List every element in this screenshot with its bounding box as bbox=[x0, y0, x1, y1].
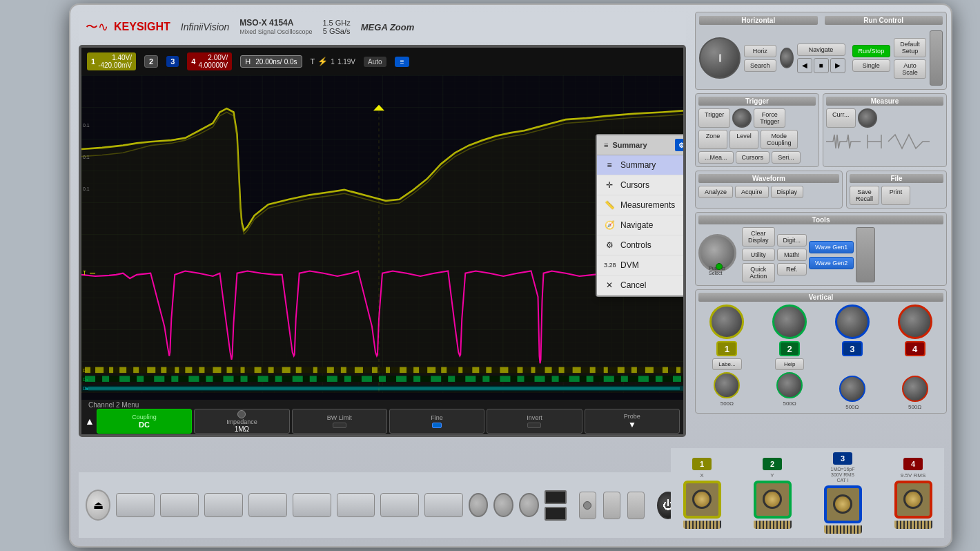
vert-ch4-scale-knob[interactable] bbox=[898, 304, 932, 339]
right-panel: Horizontal Run Control Horiz Search Navi… bbox=[695, 12, 947, 454]
eject-btn[interactable]: ⏏ bbox=[86, 490, 110, 521]
vert-ch1-pos-knob[interactable] bbox=[714, 372, 740, 398]
ch2-badge[interactable]: 2 bbox=[144, 55, 158, 68]
vert-ch4-pos-knob[interactable] bbox=[902, 376, 928, 402]
math-btn[interactable]: Math! bbox=[777, 249, 807, 261]
single-btn[interactable]: Single bbox=[852, 59, 891, 72]
ch1-labe-btn[interactable]: Labe... bbox=[712, 358, 741, 370]
svg-rect-72 bbox=[482, 376, 489, 382]
nav-stop-btn[interactable]: ■ bbox=[814, 58, 829, 73]
digit-btn[interactable]: Digit... bbox=[777, 234, 807, 246]
quick-action-btn[interactable]: QuickAction bbox=[742, 263, 775, 282]
horizontal-scale-knob[interactable] bbox=[699, 37, 741, 79]
vert-ch3-pos-knob[interactable] bbox=[839, 376, 865, 402]
wave-gen2-btn[interactable]: Wave Gen2 bbox=[809, 257, 854, 269]
trigger-btn[interactable]: Trigger bbox=[698, 108, 730, 128]
utility-btn[interactable]: Utility bbox=[742, 249, 775, 261]
svg-rect-48 bbox=[676, 367, 680, 374]
channel-headers: 1 1.40V/ -420.00mV 2 3 4 2.00V/ 4.0 bbox=[81, 48, 683, 75]
zone-btn[interactable]: Zone bbox=[698, 130, 727, 149]
front-knob-1[interactable] bbox=[469, 493, 489, 517]
menu-item-controls[interactable]: ⚙ Controls bbox=[597, 235, 686, 255]
menu-item-measurements[interactable]: 📏 Measurements bbox=[597, 195, 686, 215]
vertical-channels: 1 Labe... 500Ω 2 Help 500Ω bbox=[698, 304, 943, 410]
vert-ch1-scale-knob[interactable] bbox=[709, 304, 744, 339]
dropdown-config-icon[interactable]: ⚙ bbox=[675, 139, 686, 151]
wave-gen1-btn[interactable]: Wave Gen1 bbox=[809, 241, 854, 253]
level-btn[interactable]: Level bbox=[729, 130, 758, 149]
ch3-badge[interactable]: 3 bbox=[166, 56, 179, 67]
analyze-btn[interactable]: Analyze bbox=[698, 186, 733, 198]
h-badge[interactable]: H 20.00ns/ 0.0s bbox=[240, 55, 302, 68]
cursors-btn2[interactable]: Cursors bbox=[736, 151, 770, 164]
nav-right-btn[interactable]: ▶ bbox=[830, 58, 845, 73]
menu-item-cancel[interactable]: ✕ Cancel bbox=[597, 276, 686, 296]
menu-item-summary[interactable]: ≡ Summary bbox=[597, 155, 686, 175]
fine-btn[interactable]: Fine bbox=[389, 409, 484, 434]
front-knob-3[interactable] bbox=[519, 493, 539, 517]
impedance-btn[interactable]: Impedance 1MΩ bbox=[194, 409, 289, 434]
save-recall-btn[interactable]: SaveRecall bbox=[850, 186, 879, 205]
front-btn-5[interactable] bbox=[293, 493, 331, 517]
ch1-badge[interactable]: 1 1.40V/ -420.00mV bbox=[87, 52, 136, 70]
measurements-icon: 📏 bbox=[604, 200, 615, 210]
clear-display-btn[interactable]: ClearDisplay bbox=[742, 227, 775, 246]
meas-btn[interactable]: ...Mea... bbox=[698, 151, 734, 164]
ch2-vert-badge[interactable]: 2 bbox=[779, 341, 800, 356]
ch3-port[interactable] bbox=[824, 485, 862, 523]
vert-ch2-pos-knob[interactable] bbox=[776, 372, 803, 398]
ch1-port[interactable] bbox=[683, 481, 721, 519]
front-btn-7[interactable] bbox=[380, 493, 419, 517]
ch1-vert-badge[interactable]: 1 bbox=[716, 341, 737, 356]
curr-btn[interactable]: Curr... bbox=[826, 108, 856, 128]
ch4-badge[interactable]: 4 2.00V/ 4.00000V bbox=[187, 52, 232, 70]
ch3-vert-badge[interactable]: 3 bbox=[842, 341, 863, 356]
menu-item-dvm[interactable]: 3.28 DVM bbox=[597, 255, 686, 276]
ch2-connector-group: 2 Y bbox=[754, 458, 792, 529]
menu-item-navigate[interactable]: 🧭 Navigate bbox=[597, 215, 686, 235]
ch2-port[interactable] bbox=[754, 481, 792, 519]
auto-scale-btn[interactable]: AutoScale bbox=[894, 59, 926, 79]
run-stop-btn[interactable]: Run/Stop bbox=[852, 45, 891, 57]
ch2-num: 2 bbox=[149, 57, 153, 66]
front-btn-4[interactable] bbox=[248, 493, 287, 517]
search-btn[interactable]: Search bbox=[744, 59, 776, 72]
ch2-help-btn[interactable]: Help bbox=[775, 358, 804, 370]
usb-port-2[interactable] bbox=[545, 507, 567, 521]
nav-arrows: ◀ ■ ▶ bbox=[797, 58, 845, 73]
front-knob-2[interactable] bbox=[493, 493, 513, 517]
ch4-port[interactable] bbox=[894, 481, 932, 519]
vert-ch2-scale-knob[interactable] bbox=[772, 304, 807, 339]
ch4-vert-badge[interactable]: 4 bbox=[905, 341, 925, 356]
print-btn[interactable]: Print bbox=[881, 186, 910, 205]
bw-limit-btn[interactable]: BW Limit bbox=[292, 409, 387, 434]
svg-rect-53 bbox=[154, 376, 164, 382]
zoom-knob[interactable] bbox=[780, 48, 794, 68]
trigger-knob[interactable] bbox=[732, 108, 752, 128]
navigate-btn[interactable]: Navigate bbox=[797, 44, 845, 56]
default-setup-btn[interactable]: DefaultSetup bbox=[894, 38, 926, 57]
front-btn-6[interactable] bbox=[337, 493, 375, 517]
horiz-btn[interactable]: Horiz bbox=[744, 45, 776, 57]
edge-slider bbox=[930, 30, 943, 86]
front-btn-8[interactable] bbox=[424, 493, 463, 517]
front-btn-3[interactable] bbox=[204, 493, 243, 517]
probe-btn[interactable]: Probe ▼ bbox=[585, 409, 680, 434]
acquire-btn[interactable]: Acquire bbox=[735, 186, 769, 198]
mode-coupling-btn[interactable]: ModeCoupling bbox=[761, 130, 798, 149]
measure-knob[interactable] bbox=[858, 108, 877, 128]
display-btn[interactable]: Display bbox=[771, 186, 804, 198]
invert-btn[interactable]: Invert bbox=[487, 409, 582, 434]
vert-ch3-scale-knob[interactable] bbox=[835, 304, 870, 339]
usb-port-1[interactable] bbox=[545, 490, 567, 504]
front-btn-1[interactable] bbox=[116, 493, 155, 517]
svg-rect-27 bbox=[372, 367, 378, 374]
summary-btn[interactable]: ≡ bbox=[395, 57, 410, 67]
serial-btn[interactable]: Seri... bbox=[772, 151, 801, 164]
nav-left-btn[interactable]: ◀ bbox=[797, 58, 812, 73]
ref-btn[interactable]: Ref. bbox=[777, 263, 807, 276]
front-btn-2[interactable] bbox=[160, 493, 199, 517]
menu-item-cursors[interactable]: ✛ Cursors bbox=[597, 175, 686, 195]
force-trigger-btn[interactable]: ForceTrigger bbox=[754, 108, 785, 128]
coupling-btn[interactable]: Coupling DC bbox=[97, 409, 192, 434]
